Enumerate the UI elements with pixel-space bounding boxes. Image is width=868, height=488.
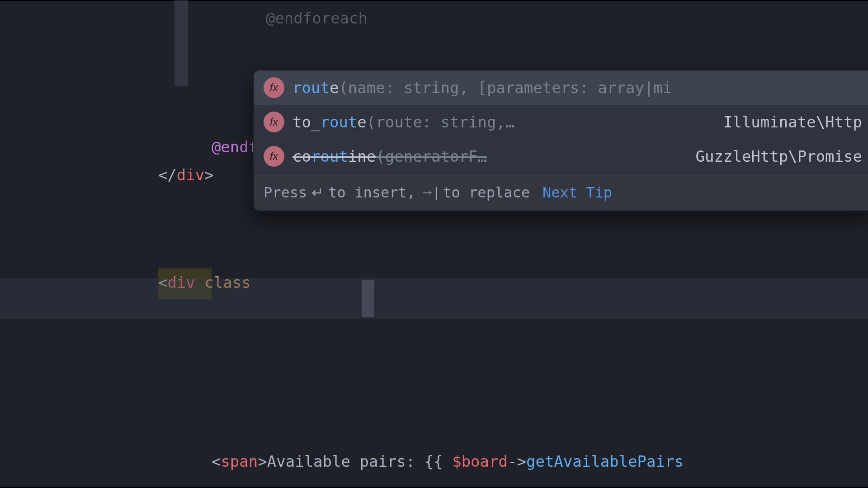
tab-key-icon: →| xyxy=(420,184,438,201)
code-line-current[interactable]: <span>{{ rout }}</span> xyxy=(0,278,868,319)
autocomplete-item[interactable]: fx route(name: string, [parameters: arra… xyxy=(254,70,868,105)
function-icon: fx xyxy=(264,77,284,98)
code-line-blank xyxy=(0,441,868,463)
code-line: @endforeach xyxy=(0,0,868,17)
code-line-blank xyxy=(0,360,868,400)
code-line: <span>Tiles left: {{ $board->getTileCoun… xyxy=(0,463,868,488)
autocomplete-item[interactable]: fx to_route(route: string,… Illuminate\H… xyxy=(254,105,868,139)
code-line-blank xyxy=(0,262,868,278)
code-line: <span>Available pairs: {{ $board->getAva… xyxy=(0,400,868,441)
code-line: <div class xyxy=(0,221,868,262)
code-editor[interactable]: @endforeach @endforeach </div> <div clas… xyxy=(0,0,868,488)
code-line-blank xyxy=(0,319,868,360)
code-line-blank xyxy=(0,17,868,45)
autocomplete-hint: Press ↵ to insert, →| to replace Next Ti… xyxy=(254,174,868,211)
enter-key-icon: ↵ xyxy=(311,184,324,201)
next-tip-link[interactable]: Next Tip xyxy=(542,184,612,201)
autocomplete-item[interactable]: fx coroutine(generatorF… GuzzleHttp\Prom… xyxy=(254,139,868,174)
autocomplete-popup[interactable]: fx route(name: string, [parameters: arra… xyxy=(253,70,868,211)
function-icon: fx xyxy=(264,112,284,132)
function-icon: fx xyxy=(264,146,284,167)
